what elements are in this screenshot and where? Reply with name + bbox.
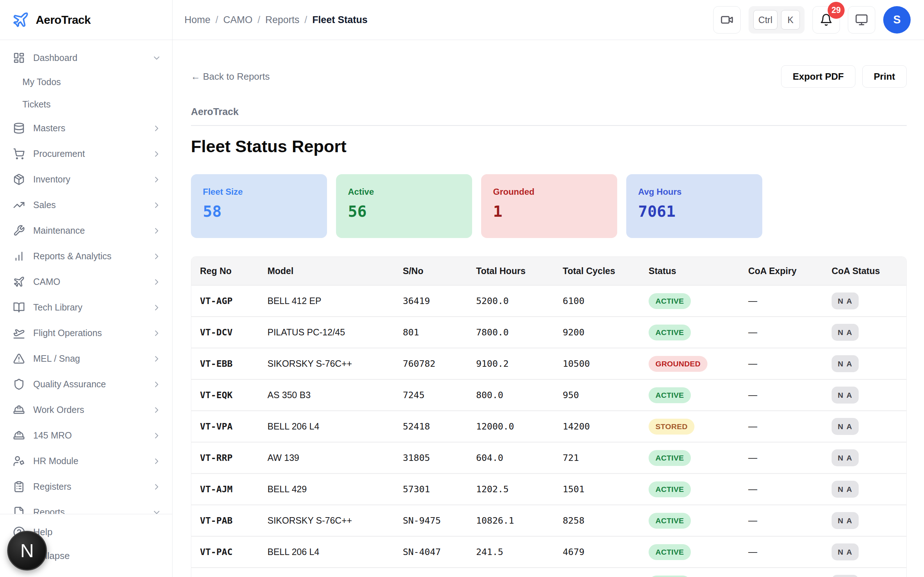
sidebar-item-camo[interactable]: CAMO (0, 269, 172, 295)
sidebar-item-label: Sales (33, 200, 144, 210)
coa-status-cell: N A (832, 324, 906, 341)
summary-cards: Fleet Size58Active56Grounded1Avg Hours70… (191, 174, 907, 238)
main-area: ← Back to Reports Export PDF Print AeroT… (173, 40, 924, 577)
sidebar-item-masters[interactable]: Masters (0, 115, 172, 141)
summary-card-fleet-size: Fleet Size58 (191, 174, 327, 238)
chevron-right-icon (152, 226, 162, 235)
sidebar-item-sales[interactable]: Sales (0, 192, 172, 218)
notifications-button[interactable]: 29 (813, 6, 840, 34)
breadcrumb: Home/CAMO/Reports/Fleet Status (184, 15, 367, 26)
status-badge: ACTIVE (649, 575, 691, 577)
coa-status-cell: N A (832, 355, 906, 372)
sidebar-item-tech-library[interactable]: Tech Library (0, 295, 172, 320)
chevron-right-icon (152, 354, 162, 364)
sidebar-item-mel-snag[interactable]: MEL / Snag (0, 346, 172, 371)
chevron-right-icon (152, 380, 162, 389)
breadcrumb-item-reports[interactable]: Reports (265, 15, 300, 26)
database-icon (13, 122, 25, 134)
coa-status-badge: N A (832, 355, 859, 372)
column-header-model: Model (267, 266, 403, 276)
card-label: Grounded (493, 187, 605, 197)
card-label: Active (348, 187, 460, 197)
sidebar-item-145-mro[interactable]: 145 MRO (0, 423, 172, 448)
export-pdf-button[interactable]: Export PDF (781, 65, 855, 88)
breadcrumb-item-camo[interactable]: CAMO (223, 15, 253, 26)
sidebar-item-reports[interactable]: Reports (0, 500, 172, 514)
total-hours-cell: 241.5 (476, 547, 563, 557)
chevron-right-icon (152, 277, 162, 287)
sidebar-item-label: Inventory (33, 174, 144, 185)
reg-no-cell: VT-EBB (200, 358, 267, 369)
plane-logo-icon (12, 11, 29, 29)
sidebar-item-label: Flight Operations (33, 328, 144, 338)
table-row[interactable]: VT-EBBSIKORSKY S-76C++7607829100.210500G… (191, 348, 906, 379)
package-icon (13, 174, 25, 185)
total-hours-cell: 7800.0 (476, 327, 563, 338)
sidebar-item-dashboard[interactable]: Dashboard (0, 45, 172, 71)
status-cell: ACTIVE (649, 482, 748, 497)
coa-status-badge: N A (832, 292, 859, 309)
coa-expiry-cell: — (748, 358, 832, 369)
column-header-total-cycles: Total Cycles (563, 266, 649, 276)
topbar: Home/CAMO/Reports/Fleet Status Ctrl K 29… (173, 0, 924, 40)
table-row[interactable]: VT-VPABELL 206 L45241812000.014200STORED… (191, 410, 906, 442)
sidebar-item-label: Reports (33, 507, 144, 514)
back-to-reports-link[interactable]: ← Back to Reports (191, 71, 270, 82)
reg-no-cell: VT-EQK (200, 390, 267, 400)
plane-takeoff-icon (13, 327, 25, 339)
table-row[interactable]: VT-EQKAS 350 B37245800.0950ACTIVE—N A (191, 379, 906, 410)
sidebar-item-registers[interactable]: Registers (0, 474, 172, 500)
sidebar-item-quality-assurance[interactable]: Quality Assurance (0, 371, 172, 397)
coa-status-badge: N A (832, 512, 859, 529)
chevron-right-icon (152, 149, 162, 159)
table-row[interactable]: VT-PABSIKORSKY S-76C++SN-947510826.18258… (191, 504, 906, 536)
model-cell: AS 350 B3 (267, 390, 403, 400)
total-hours-cell: 5200.0 (476, 296, 563, 306)
model-cell: BELL 412 EP (267, 296, 403, 306)
sidebar-subitem-tickets[interactable]: Tickets (0, 93, 172, 115)
logo[interactable]: AeroTrack (0, 0, 172, 40)
dev-tools-badge[interactable]: N (7, 531, 47, 571)
right-column: Home/CAMO/Reports/Fleet Status Ctrl K 29… (173, 0, 924, 577)
sidebar-item-reports-analytics[interactable]: Reports & Analytics (0, 243, 172, 269)
status-cell: GROUNDED (649, 356, 748, 372)
sidebar-item-label: CAMO (33, 277, 144, 287)
print-button[interactable]: Print (862, 65, 907, 88)
table-row[interactable]: VT-PADBELL 412 EPSN-23926545.78735ACTIVE… (191, 567, 906, 577)
reg-no-cell: VT-PAB (200, 515, 267, 526)
sidebar-item-inventory[interactable]: Inventory (0, 167, 172, 192)
coa-status-cell: N A (832, 292, 906, 309)
display-button[interactable] (848, 6, 875, 34)
breadcrumb-item-home[interactable]: Home (184, 15, 210, 26)
total-cycles-cell: 9200 (563, 327, 649, 338)
sidebar-item-label: Registers (33, 482, 144, 492)
sidebar-item-label: Work Orders (33, 405, 144, 415)
table-row[interactable]: VT-PACBELL 206 L4SN-4047241.54679ACTIVE—… (191, 536, 906, 567)
table-row[interactable]: VT-DCVPILATUS PC-12/458017800.09200ACTIV… (191, 316, 906, 348)
coa-status-cell: N A (832, 512, 906, 529)
coa-status-cell: N A (832, 387, 906, 403)
sidebar-item-hr-module[interactable]: HR Module (0, 448, 172, 474)
serial-no-cell: 7245 (403, 390, 476, 400)
table-row[interactable]: VT-AGPBELL 412 EP364195200.06100ACTIVE—N… (191, 285, 906, 316)
sidebar-subitem-my-todos[interactable]: My Todos (0, 71, 172, 93)
video-button[interactable] (713, 6, 741, 34)
user-cog-icon (13, 455, 25, 467)
command-shortcut[interactable]: Ctrl K (749, 6, 804, 34)
hard-hat-icon (13, 429, 25, 442)
chevron-down-icon (152, 53, 162, 63)
total-cycles-cell: 10500 (563, 358, 649, 369)
status-cell: STORED (649, 419, 748, 435)
reg-no-cell: VT-RRP (200, 453, 267, 463)
sidebar-item-procurement[interactable]: Procurement (0, 141, 172, 167)
user-avatar[interactable]: S (883, 6, 911, 34)
sidebar-item-flight-operations[interactable]: Flight Operations (0, 320, 172, 346)
coa-expiry-cell: — (748, 453, 832, 463)
total-hours-cell: 1202.5 (476, 484, 563, 495)
table-row[interactable]: VT-AJMBELL 429573011202.51501ACTIVE—N A (191, 473, 906, 504)
sidebar-item-work-orders[interactable]: Work Orders (0, 397, 172, 423)
sidebar-item-maintenance[interactable]: Maintenance (0, 218, 172, 243)
table-row[interactable]: VT-RRPAW 13931805604.0721ACTIVE—N A (191, 442, 906, 473)
model-cell: SIKORSKY S-76C++ (267, 358, 403, 369)
status-badge: ACTIVE (649, 482, 691, 497)
